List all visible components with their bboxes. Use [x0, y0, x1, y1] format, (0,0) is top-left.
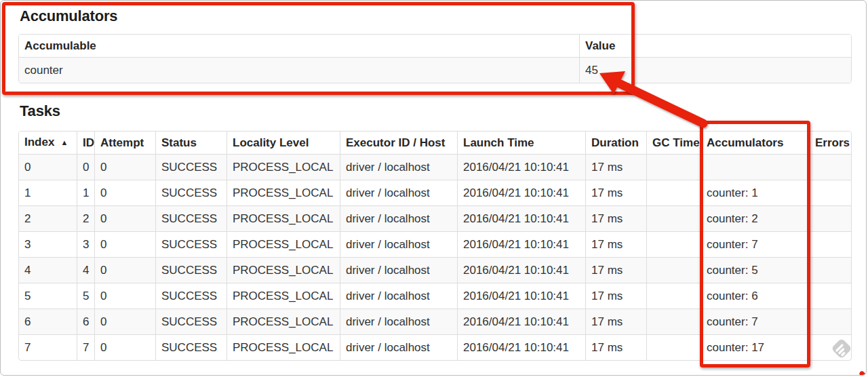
task-cell: SUCCESS [156, 206, 227, 232]
task-cell [701, 155, 810, 180]
spark-ui-page: Accumulators Accumulable Value counter 4… [0, 0, 867, 376]
task-cell: 2016/04/21 10:10:41 [458, 258, 586, 283]
task-cell: 17 ms [586, 335, 647, 360]
task-cell [810, 309, 851, 335]
task-cell: 5 [77, 283, 95, 309]
task-cell: 6 [19, 309, 77, 335]
accumulators-table: Accumulable Value counter 45 [18, 34, 852, 83]
task-cell: driver / localhost [340, 258, 458, 283]
task-cell: 17 ms [586, 155, 647, 180]
task-cell [647, 155, 701, 180]
task-cell: 17 ms [586, 206, 647, 232]
task-cell: PROCESS_LOCAL [227, 206, 340, 232]
task-cell: 2016/04/21 10:10:41 [458, 283, 586, 309]
task-cell: SUCCESS [156, 155, 227, 180]
task-cell: 3 [19, 232, 77, 258]
task-cell: 0 [77, 155, 95, 180]
task-cell: 4 [19, 258, 77, 283]
task-cell [647, 283, 701, 309]
tasks-column-header-accumulators[interactable]: Accumulators [701, 132, 810, 155]
annotation-arrow-corner-fragment [862, 374, 867, 376]
task-cell: 0 [95, 309, 156, 335]
task-cell: driver / localhost [340, 206, 458, 232]
task-cell: PROCESS_LOCAL [227, 335, 340, 360]
task-cell: SUCCESS [156, 335, 227, 360]
task-cell: 7 [77, 335, 95, 360]
tasks-column-header-id[interactable]: ID [77, 132, 95, 155]
tasks-column-header-errors[interactable]: Errors [810, 132, 851, 155]
task-cell: 0 [95, 283, 156, 309]
task-row: 770SUCCESSPROCESS_LOCALdriver / localhos… [19, 335, 851, 360]
task-cell: 2016/04/21 10:10:41 [458, 232, 586, 258]
tasks-column-header-gc-time[interactable]: GC Time [647, 132, 701, 155]
task-cell: 2016/04/21 10:10:41 [458, 155, 586, 180]
task-row: 110SUCCESSPROCESS_LOCALdriver / localhos… [19, 180, 851, 206]
accumulator-row: counter 45 [19, 58, 851, 83]
task-cell: driver / localhost [340, 335, 458, 360]
task-cell: 0 [95, 155, 156, 180]
task-cell [810, 232, 851, 258]
task-row: 000SUCCESSPROCESS_LOCALdriver / localhos… [19, 155, 851, 180]
task-cell: 17 ms [586, 180, 647, 206]
tasks-column-header-executor-id-host[interactable]: Executor ID / Host [340, 132, 458, 155]
task-cell [647, 232, 701, 258]
tasks-header-row: Index▲IDAttemptStatusLocality LevelExecu… [19, 132, 851, 155]
task-cell: 17 ms [586, 232, 647, 258]
tasks-column-header-duration[interactable]: Duration [586, 132, 647, 155]
task-row: 220SUCCESSPROCESS_LOCALdriver / localhos… [19, 206, 851, 232]
task-cell: PROCESS_LOCAL [227, 155, 340, 180]
task-cell [810, 206, 851, 232]
tasks-table: Index▲IDAttemptStatusLocality LevelExecu… [18, 131, 852, 361]
task-cell: 3 [77, 232, 95, 258]
task-cell: SUCCESS [156, 232, 227, 258]
tasks-column-header-launch-time[interactable]: Launch Time [458, 132, 586, 155]
task-cell: 5 [19, 283, 77, 309]
accumulators-section-title: Accumulators [20, 7, 117, 25]
value-column-header[interactable]: Value [580, 35, 851, 58]
task-cell [647, 258, 701, 283]
task-cell: 17 ms [586, 258, 647, 283]
task-cell: counter: 7 [701, 232, 810, 258]
task-cell [647, 309, 701, 335]
task-cell: driver / localhost [340, 155, 458, 180]
task-row: 660SUCCESSPROCESS_LOCALdriver / localhos… [19, 309, 851, 335]
task-cell: SUCCESS [156, 283, 227, 309]
task-cell: 6 [77, 309, 95, 335]
task-cell: 0 [19, 155, 77, 180]
task-cell: 2016/04/21 10:10:41 [458, 206, 586, 232]
task-cell [810, 180, 851, 206]
task-cell: PROCESS_LOCAL [227, 258, 340, 283]
accumulable-column-header[interactable]: Accumulable [19, 35, 580, 58]
tasks-column-header-index[interactable]: Index▲ [19, 132, 77, 155]
task-cell: 17 ms [586, 309, 647, 335]
task-cell: counter: 17 [701, 335, 810, 360]
task-cell: 0 [95, 232, 156, 258]
task-cell: driver / localhost [340, 283, 458, 309]
tasks-column-header-attempt[interactable]: Attempt [95, 132, 156, 155]
task-cell: 4 [77, 258, 95, 283]
task-cell: PROCESS_LOCAL [227, 283, 340, 309]
task-cell: counter: 1 [701, 180, 810, 206]
task-cell: 2016/04/21 10:10:41 [458, 335, 586, 360]
task-row: 330SUCCESSPROCESS_LOCALdriver / localhos… [19, 232, 851, 258]
task-cell: PROCESS_LOCAL [227, 232, 340, 258]
task-cell: 2016/04/21 10:10:41 [458, 180, 586, 206]
task-cell: 0 [95, 258, 156, 283]
task-cell [647, 335, 701, 360]
tasks-section-title: Tasks [20, 102, 60, 120]
task-cell: 2 [77, 206, 95, 232]
accumulable-name-cell: counter [19, 58, 580, 83]
task-cell: 1 [77, 180, 95, 206]
task-cell: 2 [19, 206, 77, 232]
task-cell: PROCESS_LOCAL [227, 309, 340, 335]
task-cell: 1 [19, 180, 77, 206]
task-cell [647, 206, 701, 232]
task-cell: counter: 5 [701, 258, 810, 283]
tasks-column-header-status[interactable]: Status [156, 132, 227, 155]
task-cell: counter: 2 [701, 206, 810, 232]
tasks-column-header-locality-level[interactable]: Locality Level [227, 132, 340, 155]
task-cell: 7 [19, 335, 77, 360]
task-cell [810, 155, 851, 180]
task-cell: 0 [95, 206, 156, 232]
task-cell: SUCCESS [156, 309, 227, 335]
